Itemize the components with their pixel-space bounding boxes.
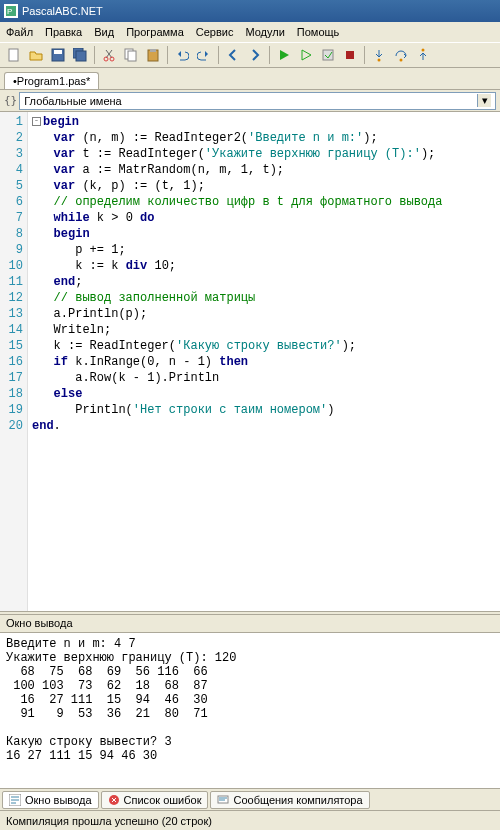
tab-output[interactable]: Окно вывода <box>2 791 99 809</box>
code-area[interactable]: -begin var (n, m) := ReadInteger2('Введи… <box>28 112 500 611</box>
menu-program[interactable]: Программа <box>126 26 184 38</box>
copy-icon[interactable] <box>121 45 141 65</box>
menubar: Файл Правка Вид Программа Сервис Модули … <box>0 22 500 42</box>
svg-rect-12 <box>150 49 156 52</box>
status-text: Компиляция прошла успешно (20 строк) <box>6 815 212 827</box>
save-all-icon[interactable] <box>70 45 90 65</box>
titlebar: P PascalABC.NET <box>0 0 500 22</box>
statusbar: Компиляция прошла успешно (20 строк) <box>0 810 500 830</box>
paste-icon[interactable] <box>143 45 163 65</box>
scope-icon: {} <box>4 94 17 107</box>
fold-icon[interactable]: - <box>32 117 41 126</box>
menu-edit[interactable]: Правка <box>45 26 82 38</box>
open-file-icon[interactable] <box>26 45 46 65</box>
chevron-down-icon: ▾ <box>477 94 491 107</box>
scope-dropdown[interactable]: Глобальные имена ▾ <box>19 92 496 110</box>
app-title: PascalABC.NET <box>22 5 103 17</box>
nav-back-icon[interactable] <box>223 45 243 65</box>
new-file-icon[interactable] <box>4 45 24 65</box>
step-over-icon[interactable] <box>391 45 411 65</box>
compile-icon[interactable] <box>318 45 338 65</box>
svg-rect-4 <box>54 50 62 54</box>
tab-compiler-messages[interactable]: Сообщения компилятора <box>210 791 369 809</box>
bottom-tabs: Окно вывода Список ошибок Сообщения комп… <box>0 788 500 810</box>
svg-point-16 <box>400 59 403 62</box>
output-panel-header: Окно вывода <box>0 615 500 633</box>
menu-modules[interactable]: Модули <box>245 26 284 38</box>
stop-icon[interactable] <box>340 45 360 65</box>
tab-program1[interactable]: •Program1.pas* <box>4 72 99 89</box>
redo-icon[interactable] <box>194 45 214 65</box>
messages-icon <box>217 794 229 806</box>
svg-rect-2 <box>9 49 18 61</box>
scope-label: Глобальные имена <box>24 95 122 107</box>
code-editor: 1234567891011121314151617181920 -begin v… <box>0 112 500 611</box>
undo-icon[interactable] <box>172 45 192 65</box>
menu-help[interactable]: Помощь <box>297 26 340 38</box>
svg-point-15 <box>378 59 381 62</box>
output-icon <box>9 794 21 806</box>
svg-text:P: P <box>7 7 12 16</box>
line-gutter: 1234567891011121314151617181920 <box>0 112 28 611</box>
document-tabbar: •Program1.pas* <box>0 68 500 90</box>
output-panel[interactable]: Введите n и m: 4 7 Укажите верхнюю грани… <box>0 633 500 788</box>
tab-errors[interactable]: Список ошибок <box>101 791 209 809</box>
menu-service[interactable]: Сервис <box>196 26 234 38</box>
app-icon: P <box>4 4 18 18</box>
run-no-debug-icon[interactable] <box>296 45 316 65</box>
step-into-icon[interactable] <box>369 45 389 65</box>
svg-rect-10 <box>128 51 136 61</box>
svg-rect-14 <box>346 51 354 59</box>
cut-icon[interactable] <box>99 45 119 65</box>
scope-bar: {} Глобальные имена ▾ <box>0 90 500 112</box>
toolbar <box>0 42 500 68</box>
errors-icon <box>108 794 120 806</box>
nav-forward-icon[interactable] <box>245 45 265 65</box>
menu-view[interactable]: Вид <box>94 26 114 38</box>
step-out-icon[interactable] <box>413 45 433 65</box>
menu-file[interactable]: Файл <box>6 26 33 38</box>
save-icon[interactable] <box>48 45 68 65</box>
run-icon[interactable] <box>274 45 294 65</box>
svg-point-17 <box>422 49 425 52</box>
svg-rect-6 <box>76 51 86 61</box>
